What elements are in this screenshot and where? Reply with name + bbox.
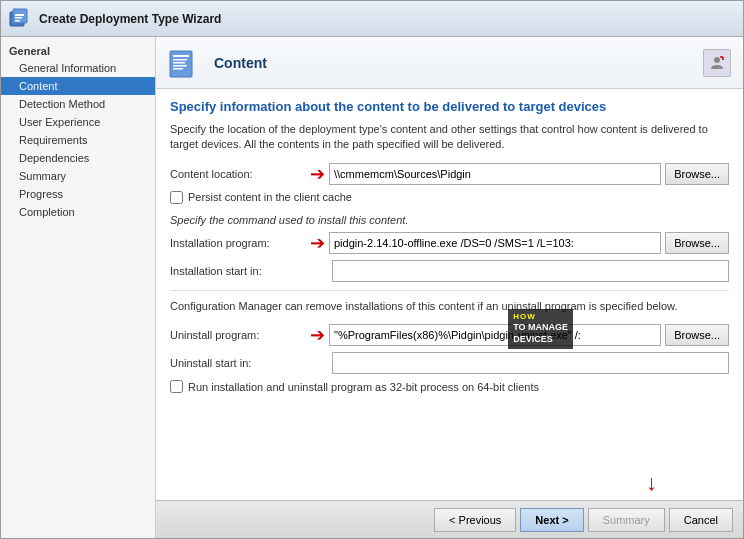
- installation-start-in-label: Installation start in:: [170, 265, 310, 277]
- persist-cache-label: Persist content in the client cache: [188, 191, 352, 203]
- installation-program-input[interactable]: [329, 232, 661, 254]
- sidebar-item-user-experience[interactable]: User Experience: [1, 113, 155, 131]
- previous-button[interactable]: < Previous: [434, 508, 516, 532]
- installation-program-row: Installation program: ➔ Browse...: [170, 232, 729, 254]
- sidebar-item-completion[interactable]: Completion: [1, 203, 155, 221]
- uninstall-program-browse-button[interactable]: Browse...: [665, 324, 729, 346]
- uninstall-program-row: Uninstall program: ➔ Browse...: [170, 324, 729, 346]
- content-location-browse-button[interactable]: Browse...: [665, 163, 729, 185]
- svg-rect-4: [15, 20, 20, 22]
- page-header-icon: [168, 45, 204, 81]
- installation-start-in-input[interactable]: [332, 260, 729, 282]
- window-title: Create Deployment Type Wizard: [39, 12, 221, 26]
- arrow-uninstall-program: ➔: [310, 324, 325, 346]
- user-icon: [703, 49, 731, 77]
- svg-rect-2: [15, 14, 24, 16]
- sidebar: General General Information Content Dete…: [1, 37, 156, 538]
- content-location-input-wrapper: ➔ Browse...: [310, 163, 729, 185]
- content-area: General General Information Content Dete…: [1, 37, 743, 538]
- uninstall-start-in-row: Uninstall start in:: [170, 352, 729, 374]
- svg-rect-8: [173, 62, 185, 64]
- install-section-heading: Specify the command used to install this…: [170, 214, 729, 226]
- next-button[interactable]: Next >: [520, 508, 583, 532]
- persist-cache-checkbox[interactable]: [170, 191, 183, 204]
- sidebar-item-summary[interactable]: Summary: [1, 167, 155, 185]
- installation-program-browse-button[interactable]: Browse...: [665, 232, 729, 254]
- svg-rect-7: [173, 59, 187, 61]
- sidebar-item-progress[interactable]: Progress: [1, 185, 155, 203]
- svg-rect-6: [173, 55, 189, 57]
- uninstall-section-description: Configuration Manager can remove install…: [170, 299, 729, 314]
- main-content: Content Specify information about the co…: [156, 37, 743, 538]
- installation-program-input-wrapper: ➔ Browse...: [310, 232, 729, 254]
- sidebar-group-general: General: [1, 41, 155, 59]
- uninstall-program-label: Uninstall program:: [170, 329, 310, 341]
- persist-cache-row: Persist content in the client cache: [170, 191, 729, 204]
- installation-start-in-row: Installation start in:: [170, 260, 729, 282]
- uninstall-start-in-label: Uninstall start in:: [170, 357, 310, 369]
- content-location-row: Content location: ➔ Browse...: [170, 163, 729, 185]
- sidebar-item-content[interactable]: Content: [1, 77, 155, 95]
- sidebar-item-general-information[interactable]: General Information: [1, 59, 155, 77]
- run-32bit-label: Run installation and uninstall program a…: [188, 381, 539, 393]
- summary-button[interactable]: Summary: [588, 508, 665, 532]
- cancel-button[interactable]: Cancel: [669, 508, 733, 532]
- main-body: Specify information about the content to…: [156, 89, 743, 500]
- wizard-icon: [9, 8, 31, 30]
- arrow-down-indicator: ↓: [646, 470, 657, 496]
- sidebar-item-detection-method[interactable]: Detection Method: [1, 95, 155, 113]
- section-heading: Specify information about the content to…: [170, 99, 729, 114]
- watermark: HOW TO MANAGE DEVICES: [508, 309, 573, 349]
- installation-start-in-input-wrapper: [310, 260, 729, 282]
- footer: ↓ < Previous Next > Summary Cancel: [156, 500, 743, 538]
- page-header: Content: [156, 37, 743, 89]
- description-text: Specify the location of the deployment t…: [170, 122, 729, 153]
- title-bar: Create Deployment Type Wizard: [1, 1, 743, 37]
- sidebar-item-dependencies[interactable]: Dependencies: [1, 149, 155, 167]
- uninstall-program-input[interactable]: [329, 324, 661, 346]
- page-header-title: Content: [214, 55, 267, 71]
- sidebar-item-requirements[interactable]: Requirements: [1, 131, 155, 149]
- svg-point-11: [714, 57, 720, 63]
- svg-rect-10: [173, 68, 183, 70]
- run-32bit-row: Run installation and uninstall program a…: [170, 380, 729, 393]
- arrow-content-location: ➔: [310, 163, 325, 185]
- wizard-window: Create Deployment Type Wizard General Ge…: [0, 0, 744, 539]
- svg-rect-9: [173, 65, 187, 67]
- installation-program-label: Installation program:: [170, 237, 310, 249]
- run-32bit-checkbox[interactable]: [170, 380, 183, 393]
- content-location-input[interactable]: [329, 163, 661, 185]
- uninstall-start-in-input[interactable]: [332, 352, 729, 374]
- content-location-label: Content location:: [170, 168, 310, 180]
- uninstall-start-in-input-wrapper: [310, 352, 729, 374]
- arrow-install-program: ➔: [310, 232, 325, 254]
- svg-rect-3: [15, 17, 22, 19]
- section-divider: [170, 290, 729, 291]
- svg-rect-5: [170, 51, 192, 77]
